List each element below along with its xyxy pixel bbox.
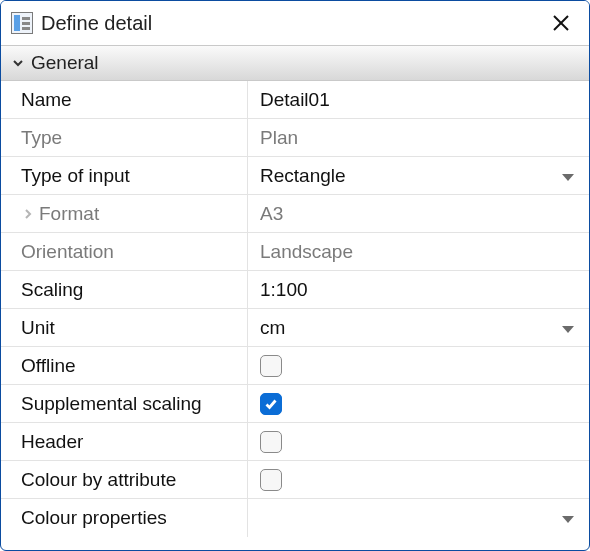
section-general-title: General bbox=[31, 52, 99, 74]
label-supplemental-scaling: Supplemental scaling bbox=[1, 385, 248, 423]
value-input-type-text: Rectangle bbox=[260, 165, 346, 187]
close-button[interactable] bbox=[547, 9, 575, 37]
label-colour-properties: Colour properties bbox=[1, 499, 248, 537]
label-type: Type bbox=[1, 119, 248, 157]
properties-grid: Name Detail01 Type Plan Type of input Re… bbox=[1, 81, 589, 537]
label-name: Name bbox=[1, 81, 248, 119]
value-scaling[interactable]: 1:100 bbox=[248, 271, 589, 309]
svg-marker-2 bbox=[562, 174, 574, 181]
value-unit-text: cm bbox=[260, 317, 285, 339]
close-icon bbox=[552, 14, 570, 32]
label-offline: Offline bbox=[1, 347, 248, 385]
define-detail-window: Define detail General Name Detail01 Type… bbox=[0, 0, 590, 551]
section-general-header[interactable]: General bbox=[1, 45, 589, 81]
chevron-right-icon bbox=[21, 209, 35, 219]
label-orientation: Orientation bbox=[1, 233, 248, 271]
checkbox-colour-by-attribute[interactable] bbox=[260, 469, 282, 491]
svg-marker-3 bbox=[562, 326, 574, 333]
window-title: Define detail bbox=[41, 12, 152, 35]
value-name[interactable]: Detail01 bbox=[248, 81, 589, 119]
value-input-type[interactable]: Rectangle bbox=[248, 157, 589, 195]
value-header bbox=[248, 423, 589, 461]
value-unit[interactable]: cm bbox=[248, 309, 589, 347]
value-colour-properties[interactable] bbox=[248, 499, 589, 537]
checkbox-header[interactable] bbox=[260, 431, 282, 453]
checkbox-supplemental-scaling[interactable] bbox=[260, 393, 282, 415]
label-format-text: Format bbox=[39, 203, 99, 225]
value-orientation: Landscape bbox=[248, 233, 589, 271]
value-offline bbox=[248, 347, 589, 385]
label-unit: Unit bbox=[1, 309, 248, 347]
svg-marker-4 bbox=[562, 516, 574, 523]
detail-app-icon bbox=[11, 12, 33, 34]
label-format[interactable]: Format bbox=[1, 195, 248, 233]
chevron-down-icon bbox=[561, 507, 575, 529]
chevron-down-icon bbox=[561, 165, 575, 187]
value-supplemental-scaling bbox=[248, 385, 589, 423]
value-type: Plan bbox=[248, 119, 589, 157]
chevron-down-icon bbox=[561, 317, 575, 339]
chevron-down-icon bbox=[11, 57, 25, 69]
label-input-type: Type of input bbox=[1, 157, 248, 195]
label-colour-by-attribute: Colour by attribute bbox=[1, 461, 248, 499]
checkbox-offline[interactable] bbox=[260, 355, 282, 377]
label-scaling: Scaling bbox=[1, 271, 248, 309]
label-header: Header bbox=[1, 423, 248, 461]
value-colour-by-attribute bbox=[248, 461, 589, 499]
titlebar: Define detail bbox=[1, 1, 589, 45]
value-format: A3 bbox=[248, 195, 589, 233]
